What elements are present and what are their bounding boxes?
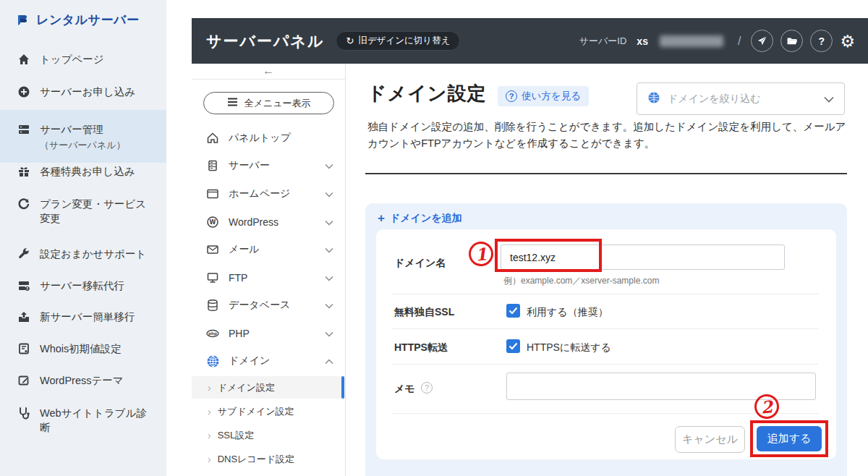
server-id-label: サーバーID <box>579 35 627 48</box>
annotation-box-domain-input <box>495 239 602 272</box>
annotation-step-1: 1 <box>467 240 494 267</box>
free-ssl-label: 無料独自SSL <box>394 306 454 319</box>
chevron-down-icon <box>325 328 333 339</box>
menu-item-label: WordPress <box>229 216 278 228</box>
add-domain-section-title: + ドメインを追加 <box>378 211 462 226</box>
annotation-box-submit-button: 追加する <box>750 420 828 457</box>
send-icon[interactable] <box>751 30 773 52</box>
cancel-button[interactable]: キャンセル <box>675 426 745 453</box>
page-title: ドメイン設定 <box>367 81 486 106</box>
submenu-item-domain-settings[interactable]: › ドメイン設定 <box>192 376 345 399</box>
gift-icon <box>17 165 30 178</box>
submenu-arrow-icon: › <box>208 382 211 394</box>
chevron-down-icon <box>325 216 333 228</box>
sidebar-item-wordpress-theme[interactable]: WordPressテーマ <box>0 373 166 388</box>
sidebar-item-whois[interactable]: Whois初期値設定 <box>0 341 166 356</box>
usage-guide-link[interactable]: ? 使い方を見る <box>498 86 589 106</box>
sidebar-item-sublabel: （サーバーパネル） <box>40 139 126 152</box>
menu-item-label: パネルトップ <box>229 132 291 145</box>
submit-button[interactable]: 追加する <box>757 426 822 451</box>
menu-item-database[interactable]: データベース <box>192 294 345 316</box>
chevron-up-icon <box>325 355 333 367</box>
collapse-menu-button[interactable]: ← <box>192 64 345 80</box>
domain-filter-dropdown[interactable]: ドメインを絞り込む <box>637 82 845 115</box>
edit-icon <box>17 374 30 387</box>
wrench-icon <box>17 247 30 260</box>
menu-item-label: メール <box>229 243 260 256</box>
upload-icon <box>17 310 30 323</box>
menu-item-label: データベース <box>229 299 290 312</box>
help-icon[interactable]: ? <box>810 30 833 52</box>
separator: / <box>738 35 741 48</box>
server-transfer-icon <box>17 279 30 292</box>
plus-circle-icon <box>17 85 30 98</box>
server-panel-header: サーバーパネル ↻ 旧デザインに切り替え サーバーID xs / ? ⚙ <box>192 18 868 64</box>
switch-old-design-button[interactable]: ↻ 旧デザインに切り替え <box>336 31 460 51</box>
submenu-item-ssl-settings[interactable]: › SSL設定 <box>192 424 345 446</box>
https-redirect-option-label: HTTPSに転送する <box>527 341 611 354</box>
brand[interactable]: レンタルサーバー <box>16 12 139 28</box>
gear-icon[interactable]: ⚙ <box>840 32 855 51</box>
php-icon: php <box>206 327 219 340</box>
row-divider <box>392 364 819 365</box>
server-icon <box>206 159 219 172</box>
menu-item-mail[interactable]: メール <box>192 239 345 260</box>
switch-old-design-label: 旧デザインに切り替え <box>358 35 450 47</box>
usage-guide-label: 使い方を見る <box>522 90 581 103</box>
submenu-arrow-icon: › <box>208 406 211 417</box>
sidebar-item-plan-change[interactable]: プラン変更・サービス変更 <box>0 197 165 226</box>
sidebar-item-support[interactable]: 設定おまかせサポート <box>0 247 166 261</box>
sidebar-item-trouble-diagnosis[interactable]: Webサイトトラブル診断 <box>0 406 166 435</box>
https-redirect-label: HTTPS転送 <box>394 341 448 354</box>
database-icon <box>206 299 219 312</box>
sidebar-item-server-management[interactable]: サーバー管理 （サーバーパネル） <box>0 110 166 163</box>
sidebar-item-benefits[interactable]: 各種特典お申し込み <box>0 164 166 179</box>
menu-item-ftp[interactable]: FTP <box>192 267 345 289</box>
chevron-down-icon <box>325 272 333 284</box>
submenu-item-label: SSL設定 <box>218 429 255 442</box>
page-description: 独自ドメイン設定の追加、削除を行うことができます。追加したドメイン設定を利用して… <box>367 119 848 152</box>
submenu-item-dns-record-settings[interactable]: › DNSレコード設定 <box>192 448 345 470</box>
folder-icon[interactable] <box>780 30 803 52</box>
chevron-down-icon <box>325 299 333 311</box>
domain-filter-placeholder: ドメインを絞り込む <box>668 93 760 106</box>
menu-item-wordpress[interactable]: W WordPress <box>192 211 345 233</box>
submenu-item-label: DNSレコード設定 <box>218 453 294 466</box>
menu-item-homepage[interactable]: ホームページ <box>192 183 345 205</box>
submenu-arrow-icon: › <box>208 454 211 465</box>
menu-item-label: サーバー <box>229 159 270 172</box>
sidebar-item-apply-server[interactable]: サーバーお申し込み <box>0 85 166 99</box>
add-domain-form-card: ドメイン名 1 例）example.com／xserver-sample.com… <box>376 229 836 459</box>
menu-item-domain[interactable]: ドメイン <box>192 350 345 372</box>
sidebar-item-server-transfer[interactable]: サーバー移転代行 <box>0 279 166 293</box>
server-icon <box>17 123 30 136</box>
domain-name-hint: 例）example.com／xserver-sample.com <box>503 275 659 287</box>
active-indicator-bar <box>341 376 344 399</box>
sidebar-item-label: サーバーお申し込み <box>40 85 135 99</box>
submenu-item-label: サブドメイン設定 <box>218 405 294 418</box>
globe-icon <box>647 91 660 107</box>
sidebar-item-label: トップページ <box>40 52 104 67</box>
chevron-down-icon <box>824 93 834 106</box>
menu-item-server[interactable]: サーバー <box>192 155 345 177</box>
memo-help-icon[interactable]: ? <box>421 382 433 394</box>
sidebar-item-easy-migration[interactable]: 新サーバー簡単移行 <box>0 310 166 324</box>
menu-item-panel-top[interactable]: パネルトップ <box>192 127 345 149</box>
show-all-menu-button[interactable]: 全メニュー表示 <box>203 92 334 114</box>
submenu-item-label: ドメイン設定 <box>218 381 275 394</box>
domain-name-label: ドメイン名 <box>394 257 446 270</box>
document-icon <box>17 342 30 355</box>
submenu-item-subdomain-settings[interactable]: › サブドメイン設定 <box>192 400 345 422</box>
free-ssl-checkbox[interactable] <box>506 304 520 318</box>
help-circle-icon: ? <box>506 90 517 102</box>
home-outline-icon <box>206 132 219 145</box>
server-id-redacted <box>660 35 723 47</box>
sidebar-item-label: 新サーバー簡単移行 <box>40 310 135 324</box>
globe-icon <box>206 354 219 367</box>
refresh-icon <box>17 197 30 211</box>
https-redirect-checkbox[interactable] <box>506 339 520 353</box>
svg-text:W: W <box>210 219 216 226</box>
sidebar-item-top-page[interactable]: トップページ <box>0 52 166 67</box>
menu-item-php[interactable]: php PHP <box>192 323 345 344</box>
row-divider <box>392 328 819 329</box>
